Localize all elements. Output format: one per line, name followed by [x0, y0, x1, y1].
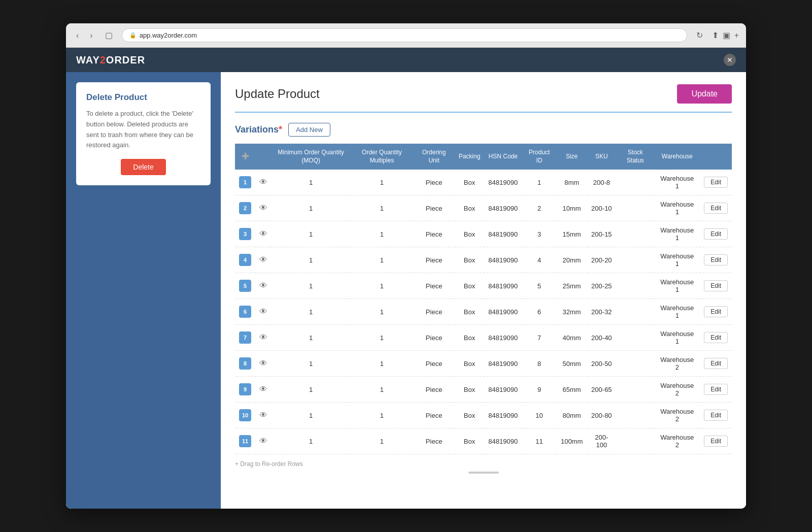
cell-hsn: 84819090: [484, 351, 522, 377]
cell-moq: 1: [272, 428, 350, 454]
cell-eye[interactable]: 👁: [255, 428, 272, 454]
edit-button[interactable]: Edit: [704, 177, 728, 188]
cell-num: 3: [235, 221, 255, 247]
row-number: 8: [239, 357, 251, 370]
cell-product-id: 7: [522, 325, 557, 351]
row-number: 9: [239, 383, 251, 395]
cell-edit[interactable]: Edit: [700, 428, 732, 454]
cell-product-id: 9: [522, 377, 557, 403]
eye-icon[interactable]: 👁: [259, 255, 267, 264]
eye-icon[interactable]: 👁: [259, 281, 267, 290]
table-row: 9 👁 1 1 Piece Box 84819090 9 65mm 200-65…: [235, 377, 732, 403]
add-new-button[interactable]: Add New: [288, 123, 330, 137]
cell-edit[interactable]: Edit: [700, 221, 732, 247]
eye-icon[interactable]: 👁: [259, 411, 267, 419]
new-tab-button[interactable]: +: [734, 31, 739, 40]
col-unit: Ordering Unit: [414, 144, 455, 170]
close-button[interactable]: ✕: [724, 54, 736, 66]
cell-eye[interactable]: 👁: [255, 299, 272, 325]
cell-packing: Box: [455, 351, 485, 377]
cell-edit[interactable]: Edit: [700, 299, 732, 325]
cell-stock-status: [616, 247, 654, 273]
address-bar[interactable]: 🔒 app.way2order.com: [122, 28, 687, 42]
cell-unit: Piece: [414, 351, 455, 377]
cell-eye[interactable]: 👁: [255, 170, 272, 195]
row-number: 10: [239, 409, 251, 421]
cell-oqm: 1: [350, 247, 413, 273]
variations-header: Variations* Add New: [235, 123, 732, 137]
cell-oqm: 1: [350, 299, 413, 325]
reload-button[interactable]: ↻: [692, 29, 707, 41]
cell-sku: 200-15: [587, 221, 616, 247]
edit-button[interactable]: Edit: [704, 306, 728, 317]
cell-edit[interactable]: Edit: [700, 247, 732, 273]
eye-icon[interactable]: 👁: [259, 333, 267, 342]
share-button[interactable]: ⬆: [712, 30, 719, 40]
row-number: 3: [239, 228, 251, 240]
cell-eye[interactable]: 👁: [255, 195, 272, 221]
cell-eye[interactable]: 👁: [255, 247, 272, 273]
cell-eye[interactable]: 👁: [255, 325, 272, 351]
cell-oqm: 1: [350, 170, 413, 195]
cell-num: 8: [235, 351, 255, 377]
delete-button[interactable]: Delete: [121, 159, 165, 175]
cell-size: 40mm: [557, 325, 587, 351]
app-header: WAY2ORDER ✕: [66, 48, 746, 72]
eye-icon[interactable]: 👁: [259, 204, 267, 212]
cell-packing: Box: [455, 428, 485, 454]
edit-button[interactable]: Edit: [704, 280, 728, 291]
required-star: *: [279, 124, 282, 135]
eye-icon[interactable]: 👁: [259, 359, 267, 368]
edit-button[interactable]: Edit: [704, 203, 728, 214]
update-button[interactable]: Update: [677, 84, 732, 104]
cell-oqm: 1: [350, 403, 413, 428]
eye-icon[interactable]: 👁: [259, 437, 267, 445]
cell-edit[interactable]: Edit: [700, 170, 732, 195]
edit-button[interactable]: Edit: [704, 228, 728, 240]
cell-stock-status: [616, 170, 654, 195]
cell-edit[interactable]: Edit: [700, 351, 732, 377]
edit-button[interactable]: Edit: [704, 358, 728, 369]
cell-oqm: 1: [350, 428, 413, 454]
tab-button[interactable]: ▢: [101, 29, 117, 41]
eye-icon[interactable]: 👁: [259, 385, 267, 393]
cell-edit[interactable]: Edit: [700, 273, 732, 299]
cell-eye[interactable]: 👁: [255, 403, 272, 428]
cell-edit[interactable]: Edit: [700, 403, 732, 428]
cell-oqm: 1: [350, 221, 413, 247]
cell-eye[interactable]: 👁: [255, 351, 272, 377]
sidebar: Delete Product To delete a product, clic…: [66, 72, 221, 509]
cell-hsn: 84819090: [484, 195, 522, 221]
cell-eye[interactable]: 👁: [255, 221, 272, 247]
windows-button[interactable]: ▣: [723, 30, 730, 40]
forward-button[interactable]: ›: [87, 30, 95, 41]
cell-edit[interactable]: Edit: [700, 195, 732, 221]
cell-eye[interactable]: 👁: [255, 273, 272, 299]
cell-moq: 1: [272, 170, 350, 195]
cell-moq: 1: [272, 247, 350, 273]
eye-icon[interactable]: 👁: [259, 178, 267, 186]
edit-button[interactable]: Edit: [704, 254, 728, 265]
cell-moq: 1: [272, 377, 350, 403]
cell-hsn: 84819090: [484, 325, 522, 351]
eye-icon[interactable]: 👁: [259, 229, 267, 238]
cell-product-id: 8: [522, 351, 557, 377]
row-number: 6: [239, 306, 251, 318]
cell-unit: Piece: [414, 247, 455, 273]
cell-edit[interactable]: Edit: [700, 325, 732, 351]
drag-icon: ✚: [242, 151, 249, 161]
cell-edit[interactable]: Edit: [700, 377, 732, 403]
col-warehouse: Warehouse: [654, 144, 700, 170]
cell-size: 8mm: [557, 170, 587, 195]
edit-button[interactable]: Edit: [704, 384, 728, 395]
cell-size: 10mm: [557, 195, 587, 221]
cell-product-id: 6: [522, 299, 557, 325]
eye-icon[interactable]: 👁: [259, 307, 267, 316]
drag-hint: + Drag to Re-order Rows: [235, 460, 732, 468]
edit-button[interactable]: Edit: [704, 332, 728, 343]
cell-eye[interactable]: 👁: [255, 377, 272, 403]
scroll-indicator[interactable]: [468, 472, 499, 474]
edit-button[interactable]: Edit: [704, 436, 728, 447]
edit-button[interactable]: Edit: [704, 410, 728, 421]
back-button[interactable]: ‹: [73, 30, 82, 41]
